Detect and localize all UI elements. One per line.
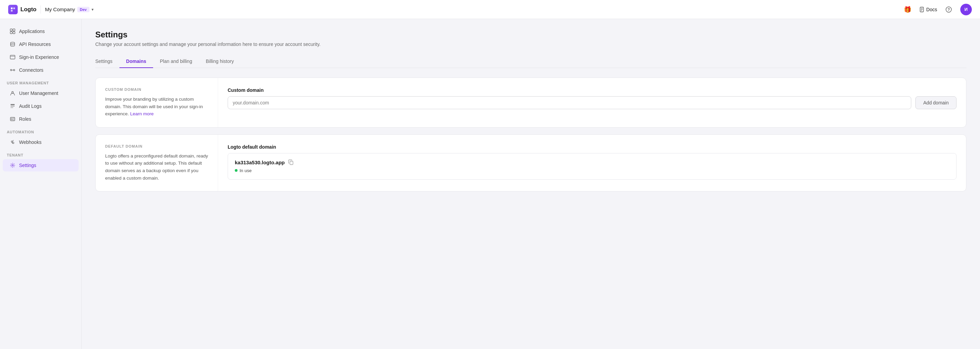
avatar[interactable]: И (960, 4, 972, 15)
svg-text:?: ? (948, 8, 950, 11)
sidebar-item-audit-logs-label: Audit Logs (19, 103, 41, 109)
custom-domain-description: Improve your branding by utilizing a cus… (105, 95, 208, 118)
svg-point-19 (12, 92, 14, 93)
tabs-bar: Settings Domains Plan and billing Billin… (95, 55, 966, 68)
logto-logo-icon (8, 5, 18, 14)
sidebar-item-user-management-label: User Management (19, 90, 58, 96)
sidebar: Applications API Resources Sign-in Exper… (0, 19, 82, 349)
svg-rect-2 (11, 10, 13, 11)
logto-logo-text: Logto (21, 6, 37, 13)
svg-rect-22 (11, 107, 13, 108)
svg-rect-14 (10, 56, 15, 59)
roles-icon (10, 116, 16, 122)
tenant-section-label: TENANT (0, 149, 81, 159)
copy-icon[interactable] (288, 160, 294, 165)
default-domain-card-left: DEFAULT DOMAIN Logto offers a preconfigu… (95, 135, 218, 191)
default-domain-card: DEFAULT DOMAIN Logto offers a preconfigu… (95, 134, 966, 192)
chevron-down-icon: ▾ (92, 7, 94, 12)
page-subtitle: Change your account settings and manage … (95, 41, 966, 47)
sidebar-item-settings-label: Settings (19, 163, 37, 168)
default-domain-section-label: DEFAULT DOMAIN (105, 144, 208, 148)
custom-domain-card-right: Custom domain Add domain (218, 78, 966, 127)
svg-rect-0 (11, 8, 13, 9)
sidebar-item-webhooks[interactable]: Webhooks (3, 136, 79, 148)
logo-wrapper[interactable]: Logto (8, 5, 37, 14)
domain-value-row: ka313a530.logto.app (235, 160, 950, 165)
topbar-divider (40, 5, 41, 14)
custom-domain-input-row: Add domain (228, 96, 956, 109)
gift-icon-button[interactable]: 🎁 (901, 3, 914, 16)
tab-plan-billing[interactable]: Plan and billing (153, 55, 199, 68)
page-title: Settings (95, 30, 966, 40)
svg-rect-1 (13, 8, 15, 9)
tenant-badge: Dev (77, 7, 89, 12)
status-text: In use (240, 168, 251, 173)
svg-point-24 (11, 118, 13, 120)
api-resources-icon (10, 41, 16, 47)
sidebar-item-user-management[interactable]: User Management (3, 87, 79, 99)
domain-value: ka313a530.logto.app (235, 160, 285, 165)
layout: Applications API Resources Sign-in Exper… (0, 0, 980, 349)
svg-rect-10 (13, 29, 15, 31)
svg-rect-20 (11, 104, 14, 105)
sidebar-item-sign-in-experience[interactable]: Sign-in Experience (3, 51, 79, 63)
learn-more-link[interactable]: Learn more (130, 111, 154, 116)
sidebar-item-webhooks-label: Webhooks (19, 140, 41, 145)
sidebar-item-connectors[interactable]: Connectors (3, 64, 79, 76)
docs-button[interactable]: Docs (919, 7, 937, 12)
help-icon-button[interactable]: ? (943, 3, 955, 16)
automation-section-label: AUTOMATION (0, 126, 81, 135)
user-management-icon (10, 90, 16, 96)
default-domain-box: ka313a530.logto.app In use (228, 153, 956, 179)
svg-point-13 (11, 42, 14, 44)
topbar-left: Logto My Company Dev ▾ (8, 5, 94, 14)
status-dot-green (235, 169, 237, 172)
topbar-right: 🎁 Docs ? И (901, 3, 972, 16)
add-domain-button[interactable]: Add domain (915, 96, 956, 109)
sign-in-experience-icon (10, 54, 16, 60)
tenant-selector[interactable]: My Company Dev ▾ (45, 6, 94, 12)
user-management-section-label: USER MANAGEMENT (0, 77, 81, 86)
tenant-name: My Company (45, 6, 75, 12)
svg-rect-28 (290, 161, 293, 165)
svg-point-27 (12, 165, 13, 166)
custom-domain-input[interactable] (228, 96, 911, 109)
sidebar-item-api-resources-label: API Resources (19, 41, 51, 47)
applications-icon (10, 28, 16, 34)
sidebar-item-applications-label: Applications (19, 29, 45, 34)
tab-settings[interactable]: Settings (95, 55, 119, 68)
sidebar-item-audit-logs[interactable]: Audit Logs (3, 100, 79, 112)
default-domain-card-inner: DEFAULT DOMAIN Logto offers a preconfigu… (95, 135, 966, 191)
default-domain-description: Logto offers a preconfigured default dom… (105, 152, 208, 182)
sidebar-item-api-resources[interactable]: API Resources (3, 38, 79, 50)
main-content: Settings Change your account settings an… (82, 19, 980, 349)
sidebar-item-roles-label: Roles (19, 116, 31, 122)
webhooks-icon (10, 139, 16, 145)
sidebar-item-roles[interactable]: Roles (3, 113, 79, 125)
custom-domain-card-inner: CUSTOM DOMAIN Improve your branding by u… (95, 78, 966, 127)
svg-point-17 (14, 70, 15, 71)
in-use-status-row: In use (235, 168, 950, 173)
tab-domains[interactable]: Domains (119, 55, 153, 68)
connectors-icon (10, 67, 16, 73)
sidebar-item-sign-in-experience-label: Sign-in Experience (19, 54, 59, 60)
help-icon: ? (946, 6, 952, 13)
sidebar-item-connectors-label: Connectors (19, 67, 43, 73)
custom-domain-card: CUSTOM DOMAIN Improve your branding by u… (95, 78, 966, 128)
custom-domain-field-label: Custom domain (228, 87, 956, 93)
custom-domain-card-left: CUSTOM DOMAIN Improve your branding by u… (95, 78, 218, 127)
svg-rect-12 (13, 32, 15, 34)
svg-rect-9 (10, 29, 12, 31)
custom-domain-section-label: CUSTOM DOMAIN (105, 87, 208, 92)
tab-billing-history[interactable]: Billing history (199, 55, 240, 68)
svg-point-16 (11, 70, 12, 71)
svg-rect-11 (10, 32, 12, 34)
default-domain-card-right: Logto default domain ka313a530.logto.app (218, 135, 966, 191)
settings-icon (10, 162, 16, 168)
svg-rect-21 (11, 106, 14, 107)
docs-icon (919, 7, 924, 12)
sidebar-item-settings[interactable]: Settings (3, 159, 79, 171)
audit-logs-icon (10, 103, 16, 109)
default-domain-field-label: Logto default domain (228, 144, 956, 150)
sidebar-item-applications[interactable]: Applications (3, 25, 79, 37)
